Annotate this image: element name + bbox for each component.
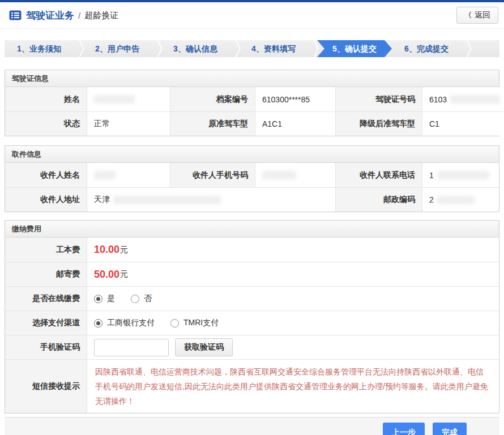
online-pay-yes-label: 是 [107,294,115,304]
progress-step-3: 3、确认信息 [161,40,230,57]
status-value: 正常 [87,111,170,136]
channel-tmri-radio[interactable] [170,319,179,328]
name-label: 姓名 [5,87,87,111]
progress-step-2: 2、用户申告 [83,40,152,57]
orig-class-value: A1C1 [255,111,336,136]
sms-tip-cell: 因陕西省联通、电信运营商技术问题，陕西省互联网交通安全综合服务管理平台无法向持陕… [87,359,499,413]
fee-panel-title: 缴纳费用 [5,221,499,238]
post-fee-unit: 元 [120,269,128,279]
sms-code-label: 手机验证码 [5,335,87,359]
step-separator [230,40,239,57]
fee-panel: 缴纳费用 工本费 10.00元 邮寄费 50.00元 是否在线缴费 是 否 选择… [5,220,499,414]
license-info-panel: 驾驶证信息 姓名 档案编号 610300****85 驾驶证号码 6103 状态… [5,70,499,136]
postcode-value: 2 [422,187,499,212]
postcode-label: 邮政编码 [336,187,422,212]
online-pay-no-radio[interactable] [131,295,139,303]
redacted-text [113,196,221,204]
recipient-name-value [87,163,170,187]
page-subtitle: 超龄换证 [84,10,118,21]
channel-icbc-label: 工商银行支付 [107,318,155,328]
channel-tmri-label: TMRI支付 [183,318,219,328]
online-pay-yes-radio[interactable] [94,295,102,303]
file-no-value: 610300****85 [255,87,336,111]
license-info-title: 驾驶证信息 [5,70,499,87]
sms-code-row: 获取验证码 [87,335,499,359]
redacted-text [94,171,116,179]
sms-code-input[interactable] [94,339,169,356]
status-label: 状态 [5,111,87,136]
breadcrumb-separator: / [78,11,80,20]
get-sms-code-button[interactable]: 获取验证码 [175,338,233,356]
name-value [87,87,170,111]
recipient-name-label: 收件人姓名 [5,163,87,187]
post-fee-value: 50.00元 [87,262,499,286]
step-separator [461,40,470,57]
online-pay-label: 是否在线缴费 [5,286,87,311]
downgraded-class-value: C1 [422,111,504,136]
page-header: 驾驶证业务 / 超龄换证 〈 返回 [0,2,504,29]
license-service-icon [9,10,22,20]
progress-step-6: 6、完成提交 [392,40,461,57]
redacted-text [94,95,135,104]
step-separator [74,40,83,57]
back-chevron-icon: 〈 [464,10,472,20]
finish-button[interactable]: 完成 [433,423,467,435]
work-fee-unit: 元 [120,245,128,255]
channel-icbc-radio[interactable] [94,319,102,328]
pay-channel-options: 工商银行支付 TMRI支付 [87,311,499,335]
work-fee-amount: 10.00 [94,244,119,256]
steps-filler [470,40,499,57]
page-title: 驾驶证业务 [26,9,74,22]
pickup-info-title: 取件信息 [5,146,499,163]
license-no-value: 6103 [422,87,504,111]
steps-progress-bar: 1、业务须知 2、用户申告 3、确认信息 4、资料填写 5、确认提交 6、完成提… [5,40,499,57]
license-no-label: 驾驶证号码 [336,87,422,111]
address-label: 收件人地址 [5,187,87,212]
orig-class-label: 原准驾车型 [170,111,255,136]
step-separator [152,40,161,57]
back-button-label: 返回 [475,10,490,20]
redacted-text [450,95,500,104]
step-separator [308,40,317,57]
online-pay-options: 是 否 [87,286,499,311]
pay-channel-label: 选择支付渠道 [5,311,87,335]
redacted-text [437,171,489,179]
back-button[interactable]: 〈 返回 [456,7,498,24]
downgraded-class-label: 降级后准驾车型 [336,111,422,136]
prev-step-button[interactable]: 上一步 [383,423,425,435]
progress-step-4: 4、资料填写 [239,40,308,57]
recipient-mobile-label: 收件人手机号码 [170,163,255,187]
post-fee-label: 邮寄费 [5,262,87,286]
sms-tip-text: 因陕西省联通、电信运营商技术问题，陕西省互联网交通安全综合服务管理平台无法向持陕… [95,364,491,408]
post-fee-amount: 50.00 [94,269,119,281]
redacted-text [262,171,296,179]
recipient-mobile-value [255,163,336,187]
footer-action-bar: 上一步 完成 [5,417,499,435]
recipient-phone-value: 1 [422,163,499,187]
file-no-label: 档案编号 [170,87,255,111]
sms-tip-label: 短信接收提示 [5,359,87,413]
work-fee-value: 10.00元 [87,238,499,262]
recipient-phone-label: 收件人联系电话 [336,163,422,187]
pickup-info-panel: 取件信息 收件人姓名 收件人手机号码 收件人联系电话 1 收件人地址 天津 邮政… [5,145,499,212]
progress-step-5-active: 5、确认提交 [317,40,392,57]
online-pay-no-label: 否 [144,294,152,304]
redacted-text [437,196,475,204]
work-fee-label: 工本费 [5,238,87,262]
address-value: 天津 [87,187,336,212]
progress-step-1: 1、业务须知 [5,40,74,57]
